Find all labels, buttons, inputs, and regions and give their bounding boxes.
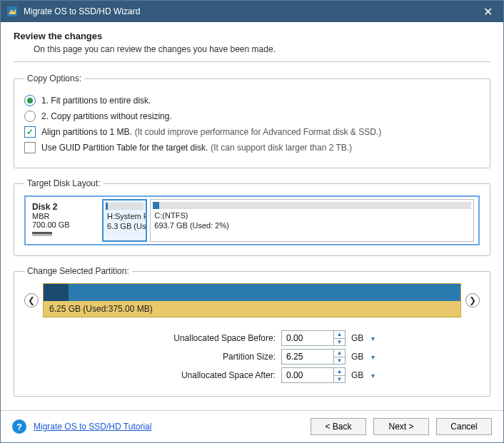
checkbox-align[interactable] [24,126,36,138]
prev-partition-button[interactable]: ❮ [24,293,39,307]
partition-label: C:(NTFS)693.7 GB (Used: 2%) [151,209,473,234]
spin-down-icon[interactable]: ▼ [334,376,345,383]
copy-options-legend: Copy Options: [24,73,84,83]
disk-layout-row: Disk 2 MBR 700.00 GB H:System Res6.3 GB … [24,195,480,245]
disk-capacity: 700.00 GB [32,220,95,229]
disk-scheme: MBR [32,212,95,220]
chevron-left-icon: ❮ [28,295,35,305]
page-heading: Review the changes [14,31,490,41]
before-input-box[interactable]: ▲▼ [281,330,346,346]
page-subtext: On this page you can review the changes … [34,44,490,54]
after-input[interactable] [282,368,333,382]
spin-up-icon[interactable]: ▲ [334,368,345,376]
disk-icon [32,230,52,238]
after-unit: GB [351,370,363,380]
svg-rect-2 [32,232,52,234]
before-input[interactable] [282,331,333,345]
window-title: Migrate OS to SSD/HD Wizard [24,6,140,16]
disk-name: Disk 2 [32,202,95,212]
wizard-footer: ? Migrate OS to SSD/HD Tutorial < Back N… [1,410,503,442]
wizard-body: Review the changes On this page you can … [1,22,503,410]
radio-fit-label: 1. Fit partitions to entire disk. [41,96,151,106]
titlebar: Migrate OS to SSD/HD Wizard ✕ [1,1,503,22]
partition-usage-bar [106,203,143,210]
partition-label: H:System Res6.3 GB (Used: [104,210,146,235]
partition-block[interactable]: H:System Res6.3 GB (Used: [102,199,147,242]
tutorial-link[interactable]: Migrate OS to SSD/HD Tutorial [34,422,151,432]
spin-down-icon[interactable]: ▼ [334,357,345,365]
checkbox-gpt-hint: (It can support disk larger than 2 TB.) [211,143,352,153]
change-partition-group: Change Selected Partition: ❮ 6.25 GB (Us… [14,266,490,397]
app-icon [6,6,18,17]
chevron-right-icon: ❯ [469,295,476,305]
after-label: Unallocated Space After: [24,370,281,380]
disk-info: Disk 2 MBR 700.00 GB [28,199,99,242]
selected-partition-bar [44,284,460,301]
next-partition-button[interactable]: ❯ [465,293,480,307]
selected-partition-box[interactable]: 6.25 GB (Used:375.00 MB) [43,283,461,317]
after-input-box[interactable]: ▲▼ [281,367,346,383]
divider [14,61,490,62]
spin-up-icon[interactable]: ▲ [334,350,345,357]
size-label: Partition Size: [24,352,281,362]
size-spinner[interactable]: ▲▼ [333,350,345,364]
after-spinner[interactable]: ▲▼ [333,368,345,382]
before-spinner[interactable]: ▲▼ [333,331,345,345]
checkbox-align-row[interactable]: Align partitions to 1 MB. (It could impr… [24,126,480,138]
radio-noresize-label: 2. Copy partitions without resizing. [41,111,172,121]
before-unit: GB [351,333,363,343]
selected-partition-summary: 6.25 GB (Used:375.00 MB) [44,301,460,317]
partition-size-form: Unallocated Space Before: ▲▼ GB ▾ Partit… [24,330,480,383]
partition-nav-row: ❮ 6.25 GB (Used:375.00 MB) ❯ [24,283,480,317]
target-layout-group: Target Disk Layout: Disk 2 MBR 700.00 GB… [14,178,490,256]
cancel-button[interactable]: Cancel [436,418,492,435]
radio-noresize-row[interactable]: 2. Copy partitions without resizing. [24,111,480,122]
partition-usage-bar [153,202,471,209]
checkbox-gpt-label: Use GUID Partition Table for the target … [41,143,208,153]
before-label: Unallocated Space Before: [24,333,281,343]
next-button[interactable]: Next > [373,418,429,435]
change-partition-legend: Change Selected Partition: [24,266,132,276]
radio-fit-row[interactable]: 1. Fit partitions to entire disk. [24,95,480,106]
before-unit-dropdown[interactable]: ▾ [368,333,378,343]
checkbox-gpt[interactable] [24,142,36,153]
wizard-window: Migrate OS to SSD/HD Wizard ✕ Review the… [0,0,504,443]
checkbox-align-hint: (It could improve performance for Advanc… [135,127,381,137]
size-input-box[interactable]: ▲▼ [281,349,346,365]
spin-up-icon[interactable]: ▲ [334,331,345,339]
spin-down-icon[interactable]: ▼ [334,339,345,346]
help-icon[interactable]: ? [12,419,26,434]
close-icon[interactable]: ✕ [478,5,498,19]
selected-partition-used [44,284,69,301]
back-button[interactable]: < Back [311,418,366,435]
partition-block[interactable]: C:(NTFS)693.7 GB (Used: 2%) [150,199,474,242]
after-unit-dropdown[interactable]: ▾ [368,370,378,380]
target-layout-legend: Target Disk Layout: [24,178,104,188]
size-unit-dropdown[interactable]: ▾ [368,352,378,362]
copy-options-group: Copy Options: 1. Fit partitions to entir… [14,73,490,168]
size-input[interactable] [282,350,333,364]
checkbox-gpt-row[interactable]: Use GUID Partition Table for the target … [24,142,480,153]
checkbox-align-label: Align partitions to 1 MB. [41,127,132,137]
radio-noresize[interactable] [24,111,36,122]
size-unit: GB [351,352,363,362]
radio-fit[interactable] [24,95,36,106]
